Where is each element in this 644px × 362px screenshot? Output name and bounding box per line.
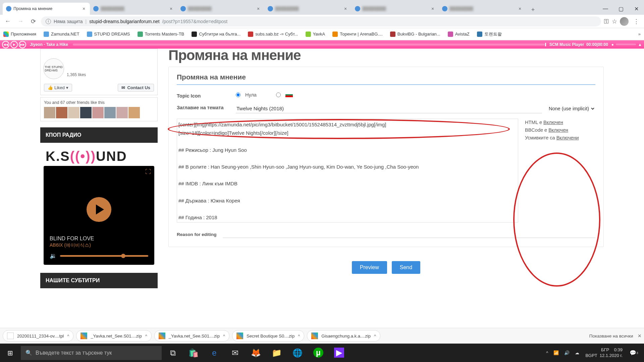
html-status-link[interactable]: Включен [543, 120, 563, 125]
task-view-icon[interactable]: ⧉ [162, 344, 183, 362]
bookmark-item[interactable]: Torrents Masters-TB [138, 32, 184, 37]
expand-icon[interactable]: ⛶ [145, 169, 151, 175]
download-item[interactable]: _Yavka.net_See.S01....zip^ [76, 330, 151, 342]
player-brand: SCM Music Player [549, 42, 584, 47]
tab[interactable]: ████████× [264, 3, 352, 15]
close-icon[interactable]: × [81, 6, 87, 11]
chevron-up-icon[interactable]: ^ [374, 334, 376, 339]
avatar[interactable] [92, 107, 104, 118]
show-all-downloads[interactable]: Показване на всички× [589, 333, 641, 340]
utorrent-icon[interactable]: µ [313, 348, 323, 358]
bbcode-status-link[interactable]: Включен [548, 127, 568, 133]
topic-icon-radio-none[interactable] [236, 93, 240, 97]
avatar[interactable] [128, 107, 140, 118]
close-icon[interactable]: × [168, 6, 174, 11]
cloud-icon[interactable]: ☁ [572, 350, 582, 355]
avatar[interactable] [116, 107, 128, 118]
implicit-select[interactable]: None (use implicit) [547, 105, 595, 113]
title-label: Заглавие на темата [177, 104, 236, 110]
bookmark-apps[interactable]: Приложения [3, 32, 36, 37]
chrome-icon[interactable]: 🌐 [287, 344, 308, 362]
explorer-icon[interactable]: 📁 [266, 344, 287, 362]
tab[interactable]: ████████× [177, 3, 264, 15]
close-icon[interactable]: × [638, 333, 641, 340]
volume-slider[interactable] [60, 255, 148, 257]
smilies-status-link[interactable]: Включени [556, 135, 579, 140]
chevron-up-icon[interactable]: ^ [298, 334, 300, 339]
bookmark-item[interactable]: Zamunda.NET [44, 32, 79, 37]
avatar[interactable] [44, 107, 55, 118]
bookmark-item[interactable]: YavkA [306, 32, 325, 37]
close-icon[interactable]: × [343, 6, 348, 11]
key-icon[interactable]: ⚿ [604, 18, 609, 24]
taskbar-search[interactable]: 🔍 Въведете текст за търсене тук [21, 346, 162, 360]
menu-icon[interactable]: ⋮ [631, 16, 641, 26]
address-bar[interactable]: i Няма защита | stupid-dreams.bulgarianf… [41, 16, 601, 26]
close-icon[interactable]: × [256, 6, 261, 11]
mail-icon[interactable]: ✉ [225, 344, 246, 362]
reload-button[interactable]: ⟳ [28, 16, 38, 26]
tab-active[interactable]: Промяна на мнение × [3, 3, 90, 15]
app-icon[interactable]: ▶ [334, 348, 344, 358]
avatar[interactable] [56, 107, 67, 118]
topic-icon-radio-flag[interactable] [276, 93, 281, 97]
tab[interactable]: ████████× [90, 3, 177, 15]
bookmark-item[interactable]: Торенти | ArenaBG.... [332, 32, 383, 37]
prev-track-button[interactable]: ◀◀ [2, 41, 9, 48]
fb-liked-button[interactable]: 👍Liked ▾ [44, 84, 72, 92]
chevron-up-icon[interactable]: ^ [145, 334, 147, 339]
avatar[interactable] [104, 107, 116, 118]
bookmark-item[interactable]: BukviBG - Bulgarian... [390, 32, 440, 37]
close-window-icon[interactable]: ✕ [629, 3, 644, 15]
bookmark-item[interactable]: STUPID DREAMS [87, 32, 130, 37]
bookmark-item[interactable]: 토렌트왈 [477, 31, 502, 37]
avatar[interactable] [68, 107, 79, 118]
minimize-icon[interactable]: — [598, 3, 613, 15]
avatar[interactable] [80, 107, 92, 118]
speaker-icon[interactable]: 🔉 [50, 252, 57, 259]
site-icon [390, 32, 395, 37]
tray-chevron-icon[interactable]: ^ [543, 350, 551, 355]
next-track-button[interactable]: ▶▶ [19, 41, 26, 48]
download-item[interactable]: Gisaengchung.a.k.a....zip^ [307, 330, 380, 342]
tab[interactable]: ████████× [439, 3, 526, 15]
reason-input[interactable] [223, 231, 595, 238]
notifications-icon[interactable]: 💬3 [626, 350, 642, 356]
download-item[interactable]: _Yavka.net_See.S01....zip^ [154, 330, 229, 342]
profile-avatar[interactable] [620, 17, 629, 26]
bookmark-item[interactable]: subs.sab.bz -= Субт... [248, 32, 298, 37]
edge-icon[interactable]: e [204, 344, 225, 362]
tab[interactable]: ████████× [352, 3, 439, 15]
bookmark-item[interactable]: AvistaZ [448, 32, 470, 37]
track-progress[interactable] [73, 44, 545, 46]
firefox-icon[interactable]: 🦊 [246, 344, 266, 362]
forward-button[interactable]: → [15, 16, 25, 26]
maximize-icon[interactable]: ▢ [613, 3, 629, 15]
volume-icon[interactable]: 🔊 [561, 350, 572, 355]
post-body-editor[interactable]: [center][img]https://zamunda.net/pic/img… [177, 119, 518, 223]
favicon-icon [93, 6, 99, 11]
chevron-up-icon[interactable]: ^ [67, 334, 69, 339]
start-button[interactable]: ⊞ [0, 344, 20, 362]
site-info-icon[interactable]: i [46, 19, 51, 24]
play-button[interactable]: ▶ [10, 41, 18, 48]
back-button[interactable]: ← [3, 16, 13, 26]
wifi-icon[interactable]: 📶 [551, 350, 561, 355]
send-button[interactable]: Send [392, 261, 420, 274]
bookmark-star-icon[interactable]: ☆ [612, 18, 617, 25]
new-tab-button[interactable]: + [528, 5, 538, 15]
download-item[interactable]: 20200111_2334-ov....tpl^ [3, 330, 73, 342]
volume-control[interactable]: ●▲ [611, 42, 642, 47]
download-item[interactable]: Secret Boutique S0....zip^ [232, 330, 304, 342]
fb-contact-button[interactable]: ✉Contact Us [118, 84, 154, 92]
bookmark-item[interactable]: Субтитри на бълга... [192, 32, 240, 37]
store-icon[interactable]: 🛍️ [183, 344, 204, 362]
title-input[interactable] [236, 104, 542, 113]
play-button[interactable] [87, 197, 111, 222]
close-icon[interactable]: × [430, 6, 435, 11]
preview-button[interactable]: Preview [352, 261, 387, 274]
chevron-up-icon[interactable]: ^ [223, 334, 225, 339]
tray-lang-time[interactable]: БГР 0:39 BGPT 12.1.2020 г. [582, 347, 626, 358]
close-icon[interactable]: × [517, 6, 523, 11]
bookmarks-overflow-icon[interactable]: » [638, 32, 641, 37]
